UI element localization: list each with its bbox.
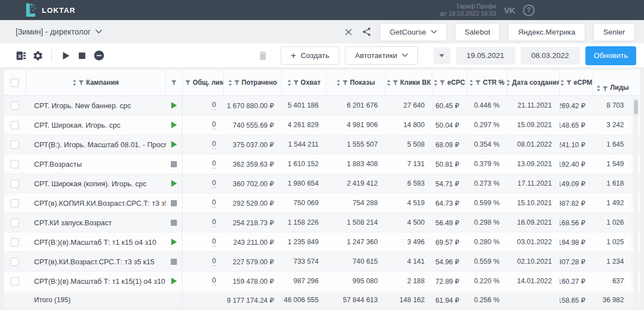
stop-icon[interactable] [171,259,177,265]
row-checkbox[interactable] [11,219,19,227]
vk-icon[interactable]: VK [504,6,515,15]
vertical-scrollbar[interactable] [633,98,638,306]
autotactics-button[interactable]: Автотактики [345,46,418,65]
column-header-impressions[interactable]: Показы [326,70,386,95]
impressions-cell: 1 883 408 [326,154,386,173]
limit-value[interactable]: 0 [212,140,216,149]
column-label: Охват [301,79,321,86]
ecpc-cell: 69.57 ₽ [432,232,467,251]
play-icon[interactable] [171,141,177,148]
play-icon[interactable] [171,239,177,245]
row-checkbox[interactable] [11,277,19,285]
row-checkbox[interactable] [11,160,19,168]
senler-button[interactable]: Senler [593,23,635,41]
salebot-label: Salebot [465,28,491,36]
date-from-input[interactable]: 19.05.2021 [456,47,515,65]
limit-value[interactable]: 0 [212,257,216,266]
row-checkbox[interactable] [11,258,19,266]
column-header-ecpc[interactable]: eCPC [432,70,467,95]
column-label: Клики ВК [400,79,431,86]
campaign-name[interactable]: СРТ(в).КОПИЯ.КИ.Возраст.СРС.Т: т3 з5 к15 [34,199,166,207]
campaign-name[interactable]: СРТ(В:). Игорь. Масштаб 08.01. - Просмот… [34,141,166,149]
row-checkbox[interactable] [11,101,19,110]
campaign-name[interactable]: СРТ(В:)(в).Масштаб Т: т1 к15(1) о4 з10 [34,277,165,285]
column-header-limit[interactable]: Общ. лим. [182,70,224,95]
row-checkbox[interactable] [11,199,19,207]
filter-icon [234,80,239,85]
total-impressions-cell: 57 844 613 [326,292,386,308]
start-campaigns-icon[interactable] [60,50,71,61]
yandex-metrika-button[interactable]: Яндекс.Метрика [508,23,585,41]
help-icon[interactable]: ? [523,4,535,16]
campaign-name[interactable]: СРТ(в).КИ.Возраст.СРС.Т: т3 з5 к15 [34,258,155,266]
remove-circle-icon[interactable] [93,50,105,61]
campaign-name[interactable]: СРТ. Широкая (копия). Игорь. cpc [34,180,146,188]
select-all-checkbox[interactable] [11,79,19,87]
column-label: Дата создания [512,79,560,86]
campaign-name[interactable]: СРТ.КИ запуск.Возраст [34,219,112,227]
stop-icon[interactable] [171,220,177,226]
clicks-value: 7 131 [407,160,425,168]
salebot-button[interactable]: Salebot [455,23,501,41]
campaign-cell: СРТ(в).КИ.Возраст.СРС.Т: т3 з5 к15 [26,252,166,271]
row-checkbox[interactable] [11,238,19,246]
close-icon[interactable] [343,27,354,37]
spent-cell: 1 670 880.00 ₽ [224,96,282,115]
column-header-campaign[interactable]: Кампания [26,70,166,95]
limit-value[interactable]: 0 [212,238,216,246]
getcourse-button[interactable]: GetCourse [379,23,446,41]
limit-value[interactable]: 0 [212,179,216,188]
preset-dropdown-button[interactable] [434,47,450,64]
play-icon[interactable] [171,102,177,109]
column-header-spent[interactable]: Потрачено [224,70,282,95]
create-button[interactable]: + Создать [281,46,339,65]
date-to-input[interactable]: 08.03.2022 [521,47,580,65]
row-checkbox[interactable] [11,141,19,149]
limit-value[interactable]: 0 [212,120,216,129]
limit-value[interactable]: 0 [212,218,216,227]
column-header-leads[interactable]: Лиды [593,70,632,95]
campaign-name[interactable]: СРТ(В:)(в).Масштаб Т: т1 к15 о4 з10 [34,238,156,246]
stop-icon[interactable] [171,200,177,206]
spent-value: 740 555.69 ₽ [233,121,274,129]
row-checkbox[interactable] [11,121,19,129]
limit-value[interactable]: 0 [212,277,216,285]
table-row: СРТ(В:)(в).Масштаб Т: т1 к15(1) о4 з1001… [4,272,640,291]
scrollbar-thumb[interactable] [634,100,638,114]
stop-campaigns-icon[interactable] [76,50,88,61]
trash-icon[interactable] [257,50,268,61]
clicks-cell: 4 519 [386,193,432,212]
spent-value: 227 579.00 ₽ [233,258,274,266]
limit-value[interactable]: 0 [212,159,216,168]
column-header-ctr[interactable]: CTR % [467,70,507,95]
play-icon[interactable] [171,122,177,128]
play-icon[interactable] [171,278,177,284]
ecpm-value: 160.27 ₽ [560,277,585,285]
gear-icon[interactable] [32,50,44,61]
column-header-reach[interactable]: Охват [282,70,326,95]
table-row: СРТ(в).КИ.Возраст.СРС.Т: т3 з5 к150227 5… [4,252,640,272]
ecpc-cell: 68.09 ₽ [432,135,467,154]
profile-selector[interactable]: [Зимин] - директолог [16,27,102,36]
share-icon[interactable] [362,27,372,37]
limit-value[interactable]: 0 [212,198,216,207]
campaign-cell: СРТ. Игорь. New баннер. cpc [26,96,166,115]
excel-export-icon[interactable]: X [16,50,27,61]
column-header-ecpm[interactable]: eCPM [560,70,593,95]
campaign-name[interactable]: СРТ. Широкая. Игорь. cpc [34,121,121,129]
column-header-created[interactable]: Дата создания [507,70,560,95]
created-value: 16.09.2021 [517,219,552,226]
loktar-logo-icon [25,3,37,17]
created-value: 14.01.2022 [517,277,552,285]
row-select-cell [4,115,26,134]
column-header-clicks[interactable]: Клики ВК [386,70,432,95]
refresh-button[interactable]: Обновить [585,46,636,65]
row-checkbox[interactable] [11,180,19,188]
row-select-cell [4,135,26,154]
play-icon[interactable] [171,180,177,187]
column-header-status[interactable] [166,70,182,95]
campaign-name[interactable]: СРТ. Игорь. New баннер. cpc [34,101,131,110]
limit-value[interactable]: 0 [212,101,216,110]
stop-icon[interactable] [171,161,177,167]
campaign-name[interactable]: СРТ.Возрасты [34,160,82,168]
